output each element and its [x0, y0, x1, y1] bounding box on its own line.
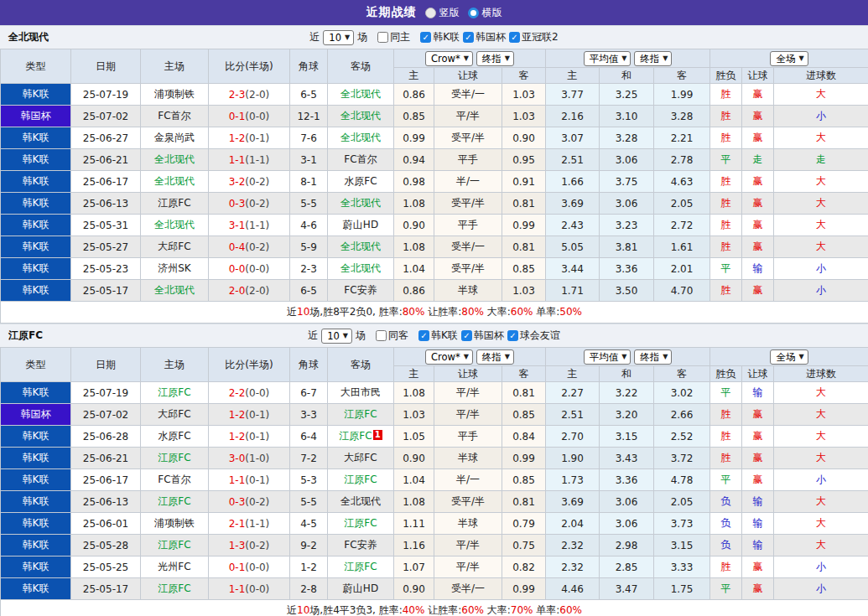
odds-home-cell: 0.85 [394, 106, 434, 127]
checkbox-icon[interactable] [377, 32, 388, 43]
result-goals-cell: 大 [774, 127, 868, 149]
avg-draw-cell: 3.06 [600, 513, 654, 535]
home-team-cell: 浦项制铁 [141, 513, 209, 535]
odds-source-select[interactable]: Crow*▼ [425, 51, 473, 66]
checkbox-icon[interactable]: ✓ [509, 32, 520, 43]
recent-count-select[interactable]: 10▼ [323, 30, 354, 45]
chevron-down-icon: ▼ [464, 53, 469, 65]
checkbox-same-venue[interactable]: 同主 [377, 30, 410, 44]
fulltime-score: 2-0 [229, 285, 246, 297]
halftime-score: (0-2) [245, 198, 269, 210]
league-cell: 韩K联 [1, 258, 71, 280]
avg-source-select[interactable]: 平均值▼ [584, 51, 632, 66]
handicap-cell: 受半/一 [434, 578, 502, 600]
summary-text: 60% [559, 604, 582, 616]
odds-home-cell: 1.08 [394, 193, 434, 215]
avg-stage-select[interactable]: 终指▼ [634, 51, 672, 66]
fulltime-score: 2-2 [229, 387, 246, 399]
avg-home-cell: 3.07 [546, 127, 600, 149]
sub-header-1: 让球 [434, 68, 502, 84]
checkbox-league-0[interactable]: ✓韩K联 [418, 329, 458, 343]
team-name: 浦项制铁 [154, 517, 195, 529]
checkbox-icon[interactable]: ✓ [507, 330, 518, 341]
scope-select[interactable]: 全场▼ [770, 51, 808, 66]
scope-select[interactable]: 全场▼ [770, 349, 808, 365]
odds-source-select[interactable]: Crow*▼ [425, 349, 473, 365]
match-row: 韩国杯25-07-02大邱FC1-2(0-1)3-3江原FC1.03平/半0.8… [1, 404, 868, 426]
radio-vertical-layout[interactable]: 竖版 [425, 6, 460, 20]
odds-stage-select[interactable]: 终指▼ [476, 349, 514, 365]
date-cell: 25-06-21 [71, 448, 141, 469]
checkbox-icon[interactable]: ✓ [463, 32, 474, 43]
result-handicap-cell: 赢 [742, 448, 774, 469]
filter-controls: 近10▼场同主✓韩K联✓韩国杯✓亚冠联2 [0, 30, 868, 45]
summary-text: 60% [461, 604, 484, 616]
score-cell: 1-2(0-1) [209, 127, 290, 149]
radio-on-icon[interactable] [468, 8, 479, 18]
avg-stage-select[interactable]: 终指▼ [634, 349, 672, 365]
sub-header-8: 进球数 [774, 68, 868, 84]
avg-away-cell: 4.78 [654, 469, 710, 491]
league-cell: 韩K联 [1, 127, 71, 149]
summary-text: 10 [297, 604, 309, 616]
fulltime-score: 0-1 [229, 562, 246, 573]
checkbox-league-2[interactable]: ✓球会友谊 [507, 329, 560, 343]
checkbox-icon[interactable]: ✓ [418, 330, 429, 341]
checkbox-league-2[interactable]: ✓亚冠联2 [509, 30, 559, 44]
summary-text: 场,胜4平3负3, 胜率: [309, 604, 402, 616]
recent-count-select[interactable]: 10▼ [321, 329, 352, 344]
avg-away-cell: 2.05 [654, 491, 710, 513]
avg-draw-cell: 3.06 [600, 193, 654, 215]
result-handicap-cell: 赢 [742, 171, 774, 193]
chevron-down-icon: ▼ [621, 351, 626, 363]
team-name: 全北现代 [340, 88, 381, 100]
date-cell: 25-05-23 [71, 258, 141, 280]
corner-cell: 7-6 [290, 127, 328, 149]
result-group-header: 全场▼ [710, 49, 868, 68]
radio-vertical-label: 竖版 [439, 6, 460, 20]
checkbox-icon[interactable]: ✓ [461, 330, 472, 341]
avg-draw-cell: 3.50 [600, 280, 654, 302]
checkbox-label: 同客 [388, 329, 408, 343]
checkbox-same-venue[interactable]: 同客 [376, 329, 408, 343]
summary-text: 60% [511, 306, 533, 318]
fulltime-score: 3-1 [229, 220, 246, 231]
col-header-4: 角球 [290, 348, 328, 382]
halftime-score: (0-1) [245, 431, 269, 443]
odds-home-cell: 0.86 [394, 280, 434, 302]
date-cell: 25-05-31 [71, 215, 141, 236]
odds-stage-select[interactable]: 终指▼ [476, 51, 514, 66]
select-value: 10 [327, 330, 340, 342]
radio-off-icon[interactable] [425, 8, 436, 18]
odds-away-cell: 0.82 [502, 556, 546, 578]
team-name: 光州FC [158, 561, 190, 572]
team-name: 全北现代 [154, 153, 195, 165]
home-team-cell: 浦项制铁 [141, 84, 209, 106]
date-cell: 25-05-28 [71, 535, 141, 556]
score-cell: 1-1(0-0) [209, 578, 290, 600]
handicap-cell: 平手 [434, 215, 502, 236]
result-handicap-cell: 输 [742, 258, 774, 280]
result-handicap-cell: 赢 [742, 469, 774, 491]
checkbox-icon[interactable]: ✓ [420, 32, 431, 43]
halftime-score: (1-1) [245, 154, 269, 166]
league-cell: 韩K联 [1, 193, 71, 215]
match-row: 韩K联25-05-17江原FC1-1(0-0)2-8蔚山HD0.90受半/一0.… [1, 578, 868, 600]
checkbox-league-1[interactable]: ✓韩国杯 [461, 329, 504, 343]
checkbox-league-1[interactable]: ✓韩国杯 [463, 30, 506, 44]
checkbox-icon[interactable] [376, 330, 387, 341]
corner-cell: 2-3 [290, 258, 328, 280]
result-wdl-cell: 平 [710, 149, 742, 171]
checkbox-league-0[interactable]: ✓韩K联 [420, 30, 460, 44]
col-header-1: 日期 [71, 49, 141, 84]
avg-home-cell: 3.44 [546, 258, 600, 280]
section-bar: 江原FC近10▼场同客✓韩K联✓韩国杯✓球会友谊 [0, 324, 868, 347]
team-name: FC安养 [344, 284, 377, 296]
avg-home-cell: 5.05 [546, 236, 600, 258]
col-header-0: 类型 [1, 49, 71, 84]
team-name: 蔚山HD [343, 582, 378, 594]
corner-cell: 5-5 [290, 491, 328, 513]
avg-source-select[interactable]: 平均值▼ [584, 349, 632, 365]
match-row: 韩K联25-06-17FC首尔1-1(0-1)5-3江原FC1.04半/一0.8… [1, 469, 868, 491]
radio-horizontal-layout[interactable]: 横版 [468, 6, 502, 20]
